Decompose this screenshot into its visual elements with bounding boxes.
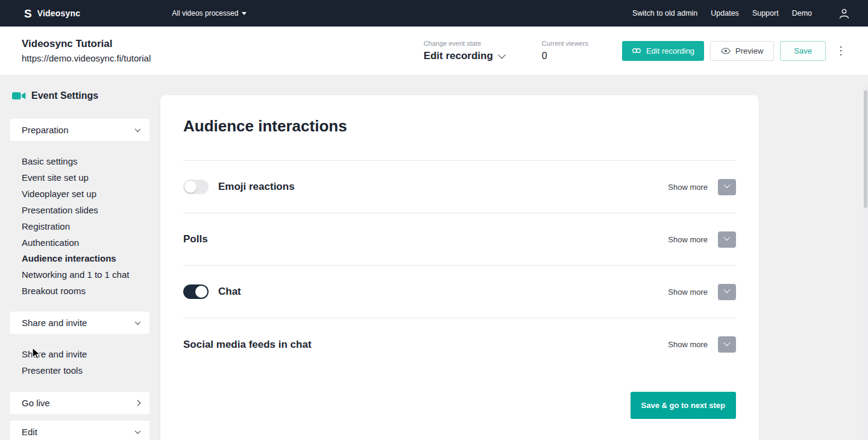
brand-name: Videosync [37,8,81,18]
sidebar-title-label: Event Settings [31,90,98,101]
chevron-down-icon [723,234,730,240]
setting-row-chat: Chat Show more [183,266,736,318]
expand-row-button[interactable] [718,284,736,300]
sidebar-item-share-and-invite[interactable]: Share and invite [10,347,149,363]
sidebar-item-presenter-tools[interactable]: Presenter tools [10,363,149,379]
expand-row-button[interactable] [718,336,736,353]
topbar-link-switch-old-admin[interactable]: Switch to old admin [632,9,697,17]
save-button[interactable]: Save [780,41,826,61]
topbar-link-updates[interactable]: Updates [711,9,739,17]
share-invite-items: Share and invite Presenter tools [10,347,149,379]
recording-icon [632,48,641,54]
expand-row-button[interactable] [718,179,736,195]
preparation-items: Basic settings Event site set up Videopl… [10,154,149,300]
chevron-down-icon [498,51,506,59]
sidebar-section-edit[interactable]: Edit [10,421,149,440]
topbar-links: Switch to old admin Updates Support Demo [632,8,850,19]
expand-row-button[interactable] [718,231,736,248]
sidebar-item-networking-1to1-chat[interactable]: Networking and 1 to 1 chat [10,267,149,283]
setting-row-polls: Polls Show more [183,213,736,266]
event-state-block: Change event state Edit recording [424,40,505,62]
preview-button[interactable]: Preview [710,41,774,61]
sidebar-item-presentation-slides[interactable]: Presentation slides [10,203,149,219]
card-title: Audience interactions [183,117,736,136]
chevron-down-icon [135,319,141,325]
topbar: S Videosync All videos processed Switch … [0,0,868,27]
user-icon[interactable] [838,8,850,19]
settings-card: Audience interactions Emoji reactions Sh… [160,95,759,440]
setting-label: Social media feeds in chat [183,339,312,351]
sidebar-item-basic-settings[interactable]: Basic settings [10,154,149,170]
setting-label: Chat [218,286,241,298]
sidebar-section-go-live[interactable]: Go live [10,392,149,414]
videos-status-dropdown[interactable]: All videos processed [172,9,247,17]
edit-recording-button[interactable]: Edit recording [622,41,704,61]
event-state-value: Edit recording [424,50,493,62]
page-title: Videosync Tutorial [22,38,151,50]
preview-label: Preview [735,46,763,55]
chevron-right-icon [135,400,141,406]
videos-status-label: All videos processed [172,9,238,17]
current-viewers-count: 0 [542,51,588,61]
section-label: Edit [22,427,37,437]
topbar-link-support[interactable]: Support [752,9,779,17]
chevron-down-icon [135,126,141,132]
show-more-link[interactable]: Show more [668,288,708,297]
setting-label: Emoji reactions [218,181,295,193]
chevron-down-icon [723,181,730,188]
topbar-link-demo[interactable]: Demo [792,9,812,17]
save-label: Save [794,46,812,55]
sidebar-item-breakout-rooms[interactable]: Breakout rooms [10,283,149,300]
setting-row-social-media-feeds: Social media feeds in chat Show more [183,318,736,371]
show-more-link[interactable]: Show more [668,340,708,349]
sidebar-section-share-invite[interactable]: Share and invite [10,312,149,334]
sidebar-title: Event Settings [12,90,149,101]
sidebar-item-event-site-setup[interactable]: Event site set up [10,170,149,186]
kebab-menu-icon[interactable]: ⋮ [835,45,846,56]
section-label: Share and invite [22,318,87,328]
chevron-down-icon [723,286,730,293]
show-more-link[interactable]: Show more [668,235,708,244]
event-header: Videosync Tutorial https://demo.videosyn… [0,27,868,75]
sidebar-item-authentication[interactable]: Authentication [10,235,149,251]
eye-icon [721,48,731,54]
brand-logo[interactable]: S Videosync [24,8,80,19]
event-state-label: Change event state [424,40,505,47]
chat-toggle[interactable] [183,284,209,299]
sidebar: Event Settings Preparation Basic setting… [10,90,149,440]
caret-down-icon [242,12,247,15]
show-more-link[interactable]: Show more [668,183,708,192]
event-title-block: Videosync Tutorial https://demo.videosyn… [22,38,151,63]
section-label: Preparation [22,125,69,135]
emoji-reactions-toggle[interactable] [183,180,209,194]
current-viewers-block: Current viewers 0 [542,40,588,61]
section-label: Go live [22,398,50,408]
toggle-knob [184,181,197,193]
brand-glyph-icon: S [24,8,32,19]
setting-label: Polls [183,233,208,245]
toggle-knob [195,286,207,298]
save-next-step-button[interactable]: Save & go to next step [631,392,736,419]
sidebar-section-preparation[interactable]: Preparation [10,119,149,141]
setting-row-emoji-reactions: Emoji reactions Show more [183,161,736,213]
chevron-down-icon [723,339,730,345]
edit-recording-label: Edit recording [646,46,694,55]
chevron-down-icon [135,428,141,434]
event-state-dropdown[interactable]: Edit recording [424,50,505,62]
scrollbar-thumb[interactable] [864,90,867,208]
sidebar-item-audience-interactions[interactable]: Audience interactions [10,251,149,267]
sidebar-item-registration[interactable]: Registration [10,219,149,235]
content-area: Event Settings Preparation Basic setting… [0,75,868,440]
video-camera-icon [12,92,26,100]
current-viewers-label: Current viewers [542,40,588,47]
event-url[interactable]: https://demo.videosync.fi/tutorial [22,53,151,63]
sidebar-item-videoplayer-setup[interactable]: Videoplayer set up [10,186,149,203]
